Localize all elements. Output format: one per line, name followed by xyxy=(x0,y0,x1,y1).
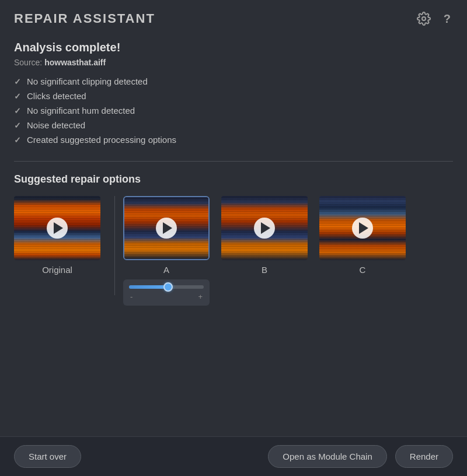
option-original: Original xyxy=(14,196,100,275)
slider-track[interactable] xyxy=(129,285,204,289)
play-triangle-c xyxy=(359,222,368,234)
play-triangle-b xyxy=(261,222,270,234)
check-icon-4: ✓ xyxy=(14,121,21,130)
check-item-4: ✓ Noise detected xyxy=(14,120,453,130)
check-item-2: ✓ Clicks detected xyxy=(14,91,453,101)
analysis-complete-title: Analysis complete! xyxy=(14,41,453,54)
main-content: Analysis complete! Source: howwasthat.ai… xyxy=(0,35,467,436)
check-label-5: Created suggested processing options xyxy=(27,135,176,145)
repair-options: Original A - xyxy=(14,196,453,306)
header: REPAIR ASSISTANT ? xyxy=(0,0,467,35)
slider-fill xyxy=(129,285,168,289)
vertical-divider xyxy=(114,196,115,295)
play-button-original[interactable] xyxy=(47,218,68,239)
play-triangle-a xyxy=(163,222,172,234)
source-filename: howwasthat.aiff xyxy=(44,58,106,67)
thumbnail-b[interactable] xyxy=(221,196,308,260)
header-icons: ? xyxy=(414,10,453,27)
check-icon-3: ✓ xyxy=(14,106,21,116)
gear-icon xyxy=(417,12,431,26)
check-icon-1: ✓ xyxy=(14,77,21,86)
check-item-3: ✓ No significant hum detected xyxy=(14,106,453,116)
source-label: Source: xyxy=(14,58,42,67)
option-c: C xyxy=(319,196,406,275)
option-label-original: Original xyxy=(42,265,72,275)
option-a: A - + xyxy=(123,196,210,306)
play-triangle-original xyxy=(54,222,63,234)
app-title: REPAIR ASSISTANT xyxy=(14,11,155,26)
check-item-5: ✓ Created suggested processing options xyxy=(14,135,453,145)
option-b: B xyxy=(221,196,308,275)
svg-point-0 xyxy=(422,17,426,20)
render-button[interactable]: Render xyxy=(395,445,453,468)
check-label-4: Noise detected xyxy=(27,120,85,130)
option-label-b: B xyxy=(262,265,267,275)
slider-thumb[interactable] xyxy=(163,282,173,292)
section-divider xyxy=(14,161,453,162)
check-item-1: ✓ No significant clipping detected xyxy=(14,76,453,86)
bottom-bar: Start over Open as Module Chain Render xyxy=(0,436,467,476)
settings-button[interactable] xyxy=(414,10,433,27)
thumbnail-a[interactable] xyxy=(123,196,210,260)
app-container: REPAIR ASSISTANT ? Analysis complete! So… xyxy=(0,0,467,476)
bottom-right-buttons: Open as Module Chain Render xyxy=(268,445,453,468)
option-label-c: C xyxy=(360,265,366,275)
suggested-title: Suggested repair options xyxy=(14,173,453,186)
check-icon-2: ✓ xyxy=(14,92,21,101)
play-button-a[interactable] xyxy=(156,218,177,239)
source-line: Source: howwasthat.aiff xyxy=(14,58,453,67)
open-module-chain-button[interactable]: Open as Module Chain xyxy=(268,445,386,468)
check-label-2: Clicks detected xyxy=(27,91,86,101)
play-button-b[interactable] xyxy=(254,218,275,239)
slider-minus-label: - xyxy=(130,292,133,301)
thumbnail-original[interactable] xyxy=(14,196,100,260)
start-over-button[interactable]: Start over xyxy=(14,445,81,468)
slider-plus-label: + xyxy=(198,292,203,301)
check-label-3: No significant hum detected xyxy=(27,106,135,116)
check-icon-5: ✓ xyxy=(14,135,21,145)
slider-labels: - + xyxy=(129,292,204,301)
help-button[interactable]: ? xyxy=(441,11,453,27)
option-label-a: A xyxy=(163,265,169,275)
play-button-c[interactable] xyxy=(352,218,373,239)
check-label-1: No significant clipping detected xyxy=(27,76,148,86)
slider-container: - + xyxy=(123,279,210,306)
checklist: ✓ No significant clipping detected ✓ Cli… xyxy=(14,76,453,145)
question-icon: ? xyxy=(444,12,451,26)
thumbnail-c[interactable] xyxy=(319,196,406,260)
